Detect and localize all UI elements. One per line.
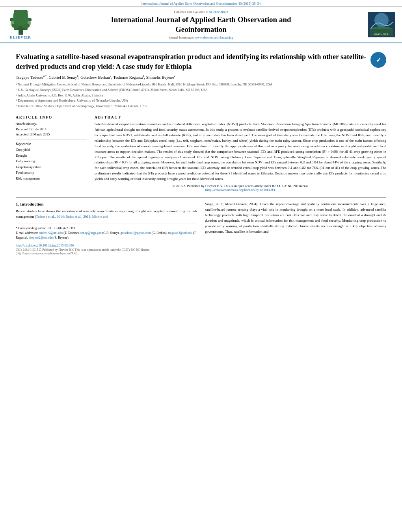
svg-point-5: [11, 17, 21, 29]
affiliation-e: e Institute for Ethnic Studies, Departme…: [16, 104, 386, 109]
section-divider: [16, 112, 386, 112]
keyword-2: Drought: [16, 153, 87, 158]
keyword-3: Early warning: [16, 158, 87, 164]
homepage-link[interactable]: www.elsevier.com/locate/jag: [195, 35, 233, 39]
email-link-4[interactable]: tregassa2@unl.edu: [168, 231, 192, 235]
crossmark-logo[interactable]: ✓: [370, 52, 386, 68]
author3-sup: c: [110, 74, 111, 78]
keyword-5: Food security: [16, 170, 87, 175]
article-title-section: Evaluating a satellite-based seasonal ev…: [16, 52, 386, 71]
introduction-right-text: Singh, 2011; Meze-Hausken, 2004). Given …: [205, 202, 386, 235]
footnote-star: * Corresponding author. Tel.: +1 402 472…: [16, 226, 197, 231]
keywords-label: Keywords:: [16, 142, 87, 146]
crossmark-icon[interactable]: ✓: [370, 52, 386, 68]
elsevier-logo: ELSEVIER: [5, 10, 36, 39]
doi-line: http://dx.doi.org/10.1016/j.jag.2015.03.…: [16, 243, 197, 247]
journal-homepage: journal homepage: www.elsevier.com/locat…: [40, 35, 362, 39]
svg-text:✓: ✓: [376, 57, 381, 63]
bottom-section: 1. Introduction Recent studies have show…: [16, 197, 386, 255]
elsevier-label: ELSEVIER: [10, 35, 31, 39]
copyright-line: © 2015 Z. Published by Elsevier B.V. Thi…: [95, 184, 386, 192]
svg-point-8: [374, 13, 389, 27]
affiliation-d: d Department of Agronomy and Horticultur…: [16, 98, 386, 103]
contents-line: Contents lists available at ScienceDirec…: [40, 10, 362, 14]
author5-name: Shimelis Beyene: [146, 75, 174, 79]
sciencedirect-link[interactable]: ScienceDirect: [209, 10, 228, 14]
accepted-date: Accepted 13 March 2015: [16, 132, 87, 137]
left-column: ARTICLE INFO Article history: Received 1…: [16, 115, 87, 192]
received-date: Received 19 July 2014: [16, 127, 87, 132]
bottom-license: 0303-2434/© 2015 Z. Published by Elsevie…: [16, 248, 197, 255]
affiliations: a National Drought Mitigation Center, Sc…: [16, 82, 386, 109]
keyword-4: Evapotranspiration: [16, 164, 87, 170]
email-link-2[interactable]: senay@usgs.gov: [80, 231, 102, 235]
introduction-left-text: Recent studies have shown the importance…: [16, 209, 197, 220]
affiliation-b: b U.S. Geological Survey (USGS) Earth Re…: [16, 87, 386, 93]
abstract-text: Satellite-derived evapotranspiration ano…: [95, 122, 386, 182]
author1-name: Tsegaye Tadesse: [16, 75, 43, 79]
authors-line: Tsegaye Tadessea,*, Gabriel B. Senayb, G…: [16, 74, 386, 80]
keywords-list: Crop yield Drought Early warning Evapotr…: [16, 147, 87, 181]
topbar-text: International Journal of Applied Earth O…: [141, 2, 261, 6]
small-divider-1: [16, 139, 87, 139]
email-link-5[interactable]: sbeyene2@unl.edu: [29, 236, 53, 239]
bottom-right: Singh, 2011; Meze-Hausken, 2004). Given …: [205, 202, 386, 255]
right-column: ABSTRACT Satellite-derived evapotranspir…: [95, 115, 386, 192]
footnote-emails: E-mail addresses: ttadesse2@unl.edu (T. …: [16, 231, 197, 240]
copyright-link[interactable]: (http://creativecommons.org/licenses/by-…: [205, 188, 275, 192]
author2-sup: b: [77, 74, 78, 78]
journal-header: ELSEVIER Contents lists available at Sci…: [0, 7, 402, 43]
author1-sup: a,*: [43, 74, 47, 78]
abstract-label: ABSTRACT: [95, 115, 386, 119]
bottom-left: 1. Introduction Recent studies have show…: [16, 202, 197, 255]
section-title: Introduction: [20, 202, 44, 206]
author5-sup: e: [174, 74, 175, 78]
journal-topbar: International Journal of Applied Earth O…: [0, 0, 402, 7]
email-link-3[interactable]: getachew1@yahoo.com: [121, 231, 151, 235]
keyword-6: Risk management: [16, 176, 87, 181]
svg-rect-3: [19, 29, 23, 35]
introduction-heading: 1. Introduction: [16, 202, 197, 206]
svg-text:EARTH OBS.: EARTH OBS.: [374, 33, 389, 35]
author4-sup: d: [143, 74, 144, 78]
article-info-label: ARTICLE INFO: [16, 115, 87, 119]
footnote-area: * Corresponding author. Tel.: +1 402 472…: [16, 224, 197, 240]
journal-main-title: International Journal of Applied Earth O…: [40, 15, 362, 34]
page-wrapper: International Journal of Applied Earth O…: [0, 0, 402, 532]
svg-point-6: [20, 17, 31, 29]
doi-link[interactable]: http://dx.doi.org/10.1016/j.jag.2015.03.…: [16, 243, 74, 247]
email-link-1[interactable]: ttadesse2@unl.edu: [39, 231, 63, 235]
two-column-info-abstract: ARTICLE INFO Article history: Received 1…: [16, 115, 386, 192]
journal-logo-box: EARTH OBS.: [368, 12, 395, 37]
article-main-title: Evaluating a satellite-based seasonal ev…: [16, 52, 367, 71]
elsevier-tree-icon: [10, 10, 32, 35]
author3-name: Getachew Berhan: [80, 75, 110, 79]
main-content: Evaluating a satellite-based seasonal ev…: [0, 43, 402, 255]
author4-name: Teshome Regassa: [113, 75, 143, 79]
ref-link-1[interactable]: Tadesse et al., 2014; Rojas et al., 2011…: [36, 215, 108, 219]
article-history-label: Article history:: [16, 122, 87, 126]
journal-logo-right: EARTH OBS.: [366, 12, 397, 37]
affiliation-a: a National Drought Mitigation Center, Sc…: [16, 82, 386, 87]
affiliation-c: c Addis Ababa University, P.O. Box 1176,…: [16, 93, 386, 98]
section-number: 1.: [16, 202, 19, 206]
author2-name: Gabriel B. Senay: [48, 75, 77, 79]
two-col-bottom: 1. Introduction Recent studies have show…: [16, 202, 386, 255]
keyword-1: Crop yield: [16, 147, 87, 152]
journal-title-center: Contents lists available at ScienceDirec…: [40, 10, 362, 39]
